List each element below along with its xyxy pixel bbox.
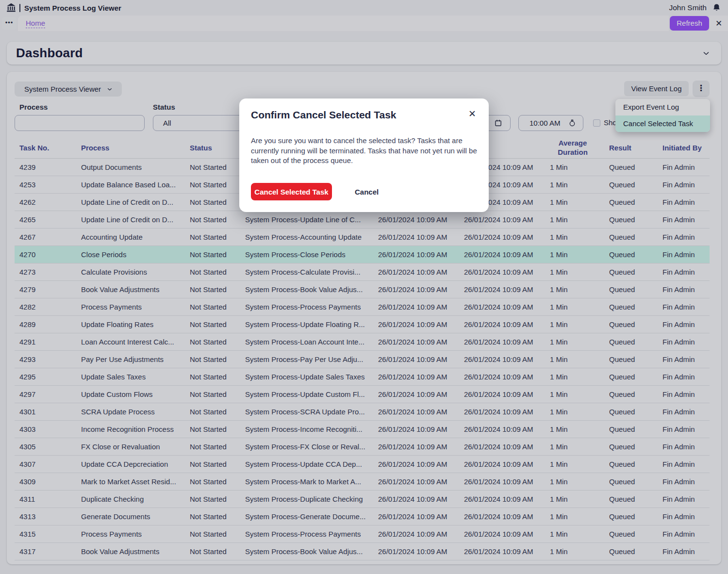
- modal-body-text: Are you sure you want to cancel the sele…: [251, 136, 477, 166]
- modal-close-icon[interactable]: ✕: [468, 109, 476, 118]
- modal-title: Confirm Cancel Selected Task: [251, 109, 397, 121]
- modal-backdrop[interactable]: [0, 0, 728, 574]
- modal-actions: Cancel Selected Task Cancel: [251, 183, 379, 200]
- confirm-cancel-modal: Confirm Cancel Selected Task ✕ Are you s…: [239, 98, 489, 212]
- app-window: System Process Log Viewer John Smith •••…: [0, 0, 728, 574]
- confirm-cancel-task-button[interactable]: Cancel Selected Task: [251, 183, 332, 200]
- modal-cancel-button[interactable]: Cancel: [355, 188, 379, 196]
